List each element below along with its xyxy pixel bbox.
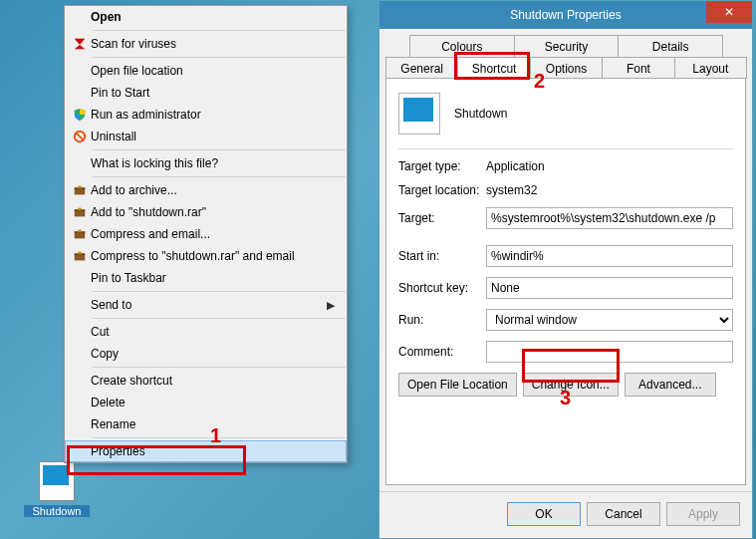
menu-create-shortcut[interactable]: Create shortcut — [65, 370, 347, 392]
target-location-label: Target location: — [398, 183, 486, 197]
cancel-button[interactable]: Cancel — [587, 502, 660, 526]
menu-label: Pin to Start — [91, 86, 339, 100]
separator — [93, 437, 346, 438]
shortcut-name: Shutdown — [454, 107, 507, 121]
menu-pin-taskbar[interactable]: Pin to Taskbar — [65, 267, 347, 289]
open-file-location-button[interactable]: Open File Location — [398, 373, 517, 397]
menu-delete[interactable]: Delete — [65, 392, 347, 413]
tab-label: Options — [546, 62, 587, 76]
menu-pin-start[interactable]: Pin to Start — [65, 82, 347, 104]
start-in-label: Start in: — [398, 249, 486, 263]
menu-label: Open file location — [91, 64, 339, 78]
tab-label: General — [400, 62, 443, 76]
separator — [398, 148, 733, 149]
svg-rect-4 — [78, 186, 82, 189]
comment-label: Comment: — [398, 345, 486, 359]
tab-label: Layout — [692, 62, 728, 76]
target-input[interactable] — [486, 207, 733, 229]
submenu-arrow-icon: ▶ — [327, 299, 339, 312]
properties-dialog: Shutdown Properties ✕ Colours Security D… — [378, 0, 753, 539]
button-label: Change Icon... — [532, 378, 610, 392]
menu-label: Rename — [91, 417, 339, 431]
menu-open-file-location[interactable]: Open file location — [65, 60, 347, 82]
menu-label: Add to archive... — [91, 183, 339, 197]
blank-icon — [69, 373, 91, 389]
ok-button[interactable]: OK — [507, 502, 581, 526]
desktop-shortcut[interactable]: Shutdown — [24, 461, 90, 517]
menu-scan-viruses[interactable]: Scan for viruses — [65, 33, 347, 55]
menu-compress-email[interactable]: Compress and email... — [65, 223, 347, 245]
run-label: Run: — [398, 313, 486, 327]
winrar-icon — [69, 226, 91, 242]
svg-rect-13 — [78, 252, 82, 255]
tab-font[interactable]: Font — [602, 57, 674, 79]
shortcut-key-label: Shortcut key: — [398, 281, 486, 295]
blank-icon — [69, 324, 91, 340]
menu-label: Scan for viruses — [91, 37, 339, 51]
shortcut-icon — [39, 461, 75, 501]
shortcut-key-input[interactable] — [486, 277, 733, 299]
menu-label: Copy — [91, 347, 339, 361]
blank-icon — [69, 63, 91, 79]
tab-label: Font — [627, 62, 650, 76]
button-label: Open File Location — [407, 378, 508, 392]
context-menu: Open Scan for viruses Open file location… — [64, 5, 348, 463]
dialog-title: Shutdown Properties — [510, 8, 621, 22]
menu-rename[interactable]: Rename — [65, 413, 347, 435]
menu-label: Uninstall — [91, 130, 339, 143]
tab-shortcut[interactable]: Shortcut — [457, 57, 530, 79]
shortcut-label: Shutdown — [24, 505, 90, 517]
blank-icon — [69, 9, 91, 25]
separator — [93, 30, 346, 31]
titlebar[interactable]: Shutdown Properties ✕ — [379, 1, 752, 29]
menu-send-to[interactable]: Send to ▶ — [65, 294, 347, 316]
close-button[interactable]: ✕ — [706, 1, 752, 23]
tab-general[interactable]: General — [385, 57, 458, 79]
menu-add-archive[interactable]: Add to archive... — [65, 179, 347, 201]
menu-label: Pin to Taskbar — [91, 271, 339, 285]
comment-input[interactable] — [486, 341, 733, 363]
menu-add-to-rar[interactable]: Add to "shutdown.rar" — [65, 201, 347, 223]
menu-label: Compress to "shutdown.rar" and email — [91, 249, 339, 263]
separator — [93, 367, 346, 368]
run-select[interactable]: Normal window — [486, 309, 733, 331]
tab-colours[interactable]: Colours — [409, 35, 515, 57]
menu-label: What is locking this file? — [91, 156, 339, 170]
tab-label: Security — [545, 40, 588, 54]
target-type-value: Application — [486, 159, 545, 173]
svg-rect-7 — [78, 208, 82, 211]
svg-line-1 — [77, 134, 84, 140]
menu-label: Cut — [91, 325, 339, 339]
menu-properties[interactable]: Properties — [65, 440, 347, 462]
menu-open[interactable]: Open — [65, 6, 347, 28]
target-label: Target: — [398, 211, 486, 225]
blank-icon — [69, 297, 91, 313]
menu-compress-to-email[interactable]: Compress to "shutdown.rar" and email — [65, 245, 347, 267]
menu-what-locking[interactable]: What is locking this file? — [65, 152, 347, 174]
blank-icon — [69, 155, 91, 171]
start-in-input[interactable] — [486, 245, 733, 267]
button-label: OK — [535, 507, 552, 521]
tab-details[interactable]: Details — [618, 35, 723, 57]
advanced-button[interactable]: Advanced... — [625, 373, 716, 397]
change-icon-button[interactable]: Change Icon... — [523, 373, 619, 397]
blank-icon — [69, 416, 91, 432]
dialog-footer: OK Cancel Apply — [379, 491, 752, 538]
menu-label: Run as administrator — [91, 108, 339, 122]
menu-copy[interactable]: Copy — [65, 343, 347, 365]
blank-icon — [69, 395, 91, 410]
menu-cut[interactable]: Cut — [65, 321, 347, 343]
menu-uninstall[interactable]: Uninstall — [65, 126, 347, 147]
separator — [93, 149, 346, 150]
tab-layout[interactable]: Layout — [674, 57, 747, 79]
menu-run-admin[interactable]: Run as administrator — [65, 104, 347, 126]
kaspersky-icon — [69, 36, 91, 52]
shield-icon — [69, 107, 91, 123]
apply-button[interactable]: Apply — [666, 502, 740, 526]
tab-security[interactable]: Security — [514, 35, 620, 57]
blank-icon — [69, 443, 91, 459]
uninstall-icon — [69, 129, 91, 144]
tab-label: Details — [652, 40, 689, 54]
tab-options[interactable]: Options — [530, 57, 603, 79]
menu-label: Add to "shutdown.rar" — [91, 205, 339, 219]
